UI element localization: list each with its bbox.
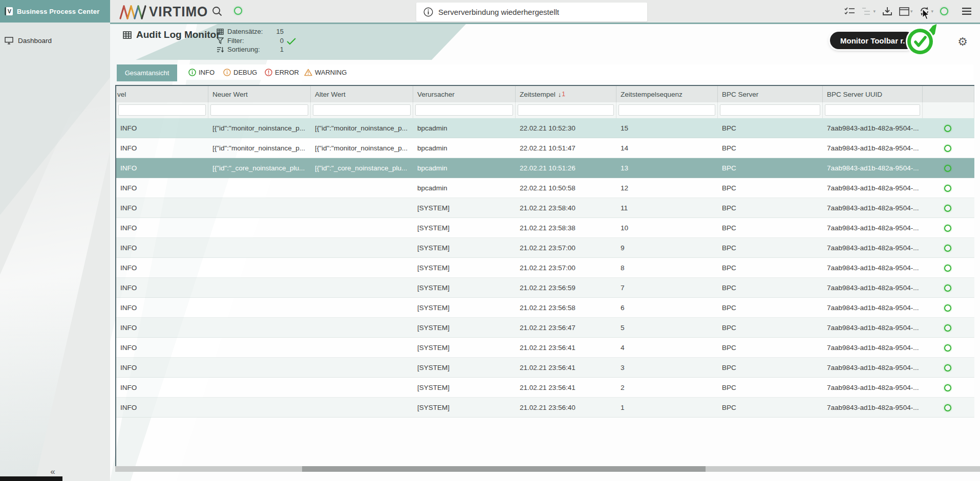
filter-cell	[413, 102, 516, 118]
cell-bpc_server_uuid: 7aab9843-ad1b-482a-9504-...	[823, 398, 923, 418]
scrollbar-thumb[interactable]	[302, 466, 706, 472]
table-row[interactable]: INFO[SYSTEM]21.02.21 23:56:413BPC7aab984…	[116, 358, 974, 378]
green-ring-icon	[944, 145, 951, 152]
table-row[interactable]: INFO[SYSTEM]21.02.21 23:58:4011BPC7aab98…	[116, 198, 974, 218]
check-icon	[286, 37, 296, 45]
column-header-Verursacher[interactable]: Verursacher	[413, 86, 516, 102]
table-row[interactable]: INFO[{"id":"monitor_noinstance_p...[{"id…	[116, 118, 974, 138]
window-layout-icon[interactable]: ▾	[899, 7, 913, 16]
filter-input-bpc_server_uuid[interactable]	[825, 104, 920, 116]
table-row[interactable]: INFO[{"id":"monitor_noinstance_p...[{"id…	[116, 138, 974, 158]
cell-status	[923, 158, 974, 178]
cell-neuer_wert	[208, 198, 311, 218]
horizontal-scrollbar[interactable]	[115, 466, 980, 472]
cell-status	[923, 278, 974, 298]
cell-status	[923, 198, 974, 218]
cell-zeitstempelsequenz: 14	[616, 138, 718, 158]
checklist-icon[interactable]	[844, 7, 855, 16]
cell-verursacher: [SYSTEM]	[413, 238, 516, 258]
sidebar-item-dashboard[interactable]: Dashboard	[0, 33, 110, 48]
cell-level: INFO	[116, 238, 208, 258]
menu-icon[interactable]	[962, 7, 972, 15]
filter-input-level[interactable]	[118, 104, 206, 116]
sidebar-header: V Business Process Center	[0, 0, 110, 23]
cell-neuer_wert	[208, 278, 311, 298]
cell-verursacher: [SYSTEM]	[413, 338, 516, 358]
filter-cell	[208, 102, 311, 118]
cell-alter_wert	[311, 378, 413, 398]
status-ring-icon	[940, 7, 948, 15]
cell-zeitstempelsequenz: 12	[616, 178, 718, 198]
tab-gesamtansicht[interactable]: Gesamtansicht	[117, 64, 177, 81]
search-icon[interactable]	[211, 6, 224, 18]
filter-input-zeitstempelsequenz[interactable]	[619, 104, 715, 116]
cell-zeitstempel: 22.02.21 10:52:30	[516, 118, 616, 138]
column-header-BPC Server UUID[interactable]: BPC Server UUID	[823, 86, 923, 102]
table-row[interactable]: INFO[SYSTEM]21.02.21 23:56:586BPC7aab984…	[116, 298, 974, 318]
download-icon[interactable]	[882, 6, 892, 16]
green-ring-icon	[944, 285, 951, 292]
notification-toast: Serververbindung wiederhergestellt	[416, 3, 647, 21]
table-row[interactable]: INFObpcadmin22.02.21 10:50:5812BPC7aab98…	[116, 178, 974, 198]
chevron-down-icon: ▾	[910, 9, 913, 14]
chevron-down-icon: ▾	[931, 9, 933, 14]
cell-zeitstempel: 22.02.21 10:50:58	[516, 178, 616, 198]
cell-verursacher: [SYSTEM]	[413, 218, 516, 238]
table-row[interactable]: INFO[SYSTEM]21.02.21 23:56:401BPC7aab984…	[116, 398, 974, 418]
cell-bpc_server: BPC	[718, 318, 823, 338]
filter-input-neuer_wert[interactable]	[210, 104, 308, 116]
cell-zeitstempel: 21.02.21 23:56:40	[516, 398, 616, 418]
cell-bpc_server_uuid: 7aab9843-ad1b-482a-9504-...	[823, 118, 923, 138]
cell-verursacher: bpcadmin	[413, 118, 516, 138]
column-header-BPC Server[interactable]: BPC Server	[718, 86, 823, 102]
cell-bpc_server: BPC	[718, 258, 823, 278]
column-header-Neuer Wert[interactable]: Neuer Wert	[208, 86, 311, 102]
cell-level: INFO	[116, 358, 208, 378]
gear-icon[interactable]: ⚙	[956, 35, 969, 49]
table-row[interactable]: INFO[SYSTEM]21.02.21 23:56:475BPC7aab984…	[116, 318, 974, 338]
filter-cell	[311, 102, 413, 118]
table-row[interactable]: INFO[{"id":"_core_noinstance_plu...[{"id…	[116, 158, 974, 178]
cell-bpc_server_uuid: 7aab9843-ad1b-482a-9504-...	[823, 238, 923, 258]
table-row[interactable]: INFO[SYSTEM]21.02.21 23:56:412BPC7aab984…	[116, 378, 974, 398]
cell-zeitstempelsequenz: 3	[616, 358, 718, 378]
cell-alter_wert	[311, 338, 413, 358]
table-row[interactable]: INFO[SYSTEM]21.02.21 23:56:414BPC7aab984…	[116, 338, 974, 358]
cell-bpc_server: BPC	[718, 178, 823, 198]
filter-input-verursacher[interactable]	[415, 104, 513, 116]
cell-status	[923, 218, 974, 238]
table-row[interactable]: INFO[SYSTEM]21.02.21 23:57:008BPC7aab984…	[116, 258, 974, 278]
tab-error[interactable]: ERROR	[265, 64, 299, 80]
cell-zeitstempel: 21.02.21 23:58:38	[516, 218, 616, 238]
filter-input-bpc_server[interactable]	[720, 104, 820, 116]
cell-bpc_server: BPC	[718, 398, 823, 418]
column-header-status[interactable]	[923, 86, 974, 102]
table-row[interactable]: INFO[SYSTEM]21.02.21 23:57:009BPC7aab984…	[116, 238, 974, 258]
green-ring-icon	[944, 225, 951, 232]
tab-info[interactable]: INFO	[188, 64, 215, 80]
cell-zeitstempelsequenz: 6	[616, 298, 718, 318]
tab-debug[interactable]: DEBUG	[223, 64, 257, 80]
table-row[interactable]: INFO[SYSTEM]21.02.21 23:56:597BPC7aab984…	[116, 278, 974, 298]
cell-zeitstempel: 21.02.21 23:57:00	[516, 258, 616, 278]
filter-input-alter_wert[interactable]	[313, 104, 411, 116]
column-header-Alter Wert[interactable]: Alter Wert	[311, 86, 413, 102]
cell-level: INFO	[116, 378, 208, 398]
column-header-Zeitstempel[interactable]: Zeitstempel↓1	[516, 86, 616, 102]
cell-level: INFO	[116, 138, 208, 158]
table-row[interactable]: INFO[SYSTEM]21.02.21 23:58:3810BPC7aab98…	[116, 218, 974, 238]
refresh-icon[interactable]: ▾	[919, 6, 933, 16]
cell-bpc_server: BPC	[718, 198, 823, 218]
green-check-badge-icon	[903, 24, 940, 58]
column-header-vel[interactable]: vel	[116, 86, 208, 102]
cell-level: INFO	[116, 118, 208, 138]
app-logo-icon: V	[5, 7, 13, 15]
cell-alter_wert	[311, 298, 413, 318]
cell-verursacher: [SYSTEM]	[413, 358, 516, 378]
cell-bpc_server_uuid: 7aab9843-ad1b-482a-9504-...	[823, 318, 923, 338]
filter-input-zeitstempel[interactable]	[518, 104, 614, 116]
status-ring-icon	[234, 7, 242, 15]
cell-neuer_wert	[208, 338, 311, 358]
column-header-Zeitstempelsequenz[interactable]: Zeitstempelsequenz	[616, 86, 718, 102]
tab-warning[interactable]: WARNING	[304, 64, 347, 80]
